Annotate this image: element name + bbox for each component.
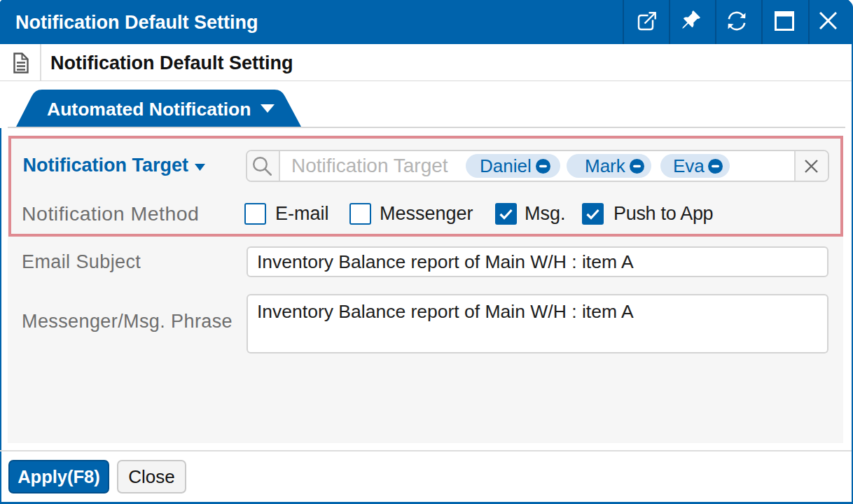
svg-text:Automated Notification: Automated Notification xyxy=(47,99,251,120)
